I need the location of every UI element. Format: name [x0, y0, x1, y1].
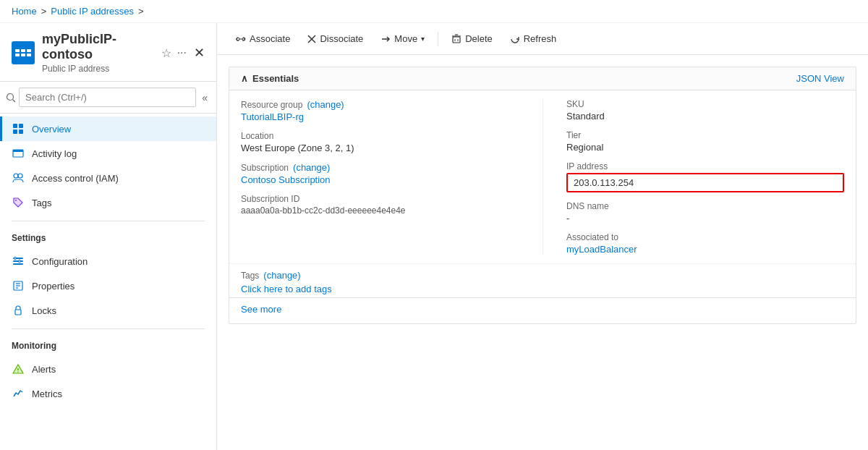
breadcrumb-section[interactable]: Public IP addresses — [51, 6, 134, 17]
breadcrumb-sep2: > — [138, 6, 144, 17]
associated-to-field: Associated to myLoadBalancer — [566, 232, 844, 255]
toolbar: Associate Dissociate Move ▾ — [217, 23, 868, 55]
associate-icon — [236, 34, 246, 44]
tags-change[interactable]: (change) — [263, 270, 300, 281]
location-field: Location West Europe (Zone 3, 2, 1) — [241, 131, 542, 153]
sidebar-item-locks[interactable]: Locks — [0, 298, 216, 323]
move-chevron-icon: ▾ — [421, 35, 425, 43]
svg-rect-2 — [13, 124, 17, 128]
breadcrumb-sep1: > — [41, 6, 47, 17]
monitoring-divider — [12, 328, 205, 329]
dissociate-icon — [307, 35, 316, 43]
app-container: Home > Public IP addresses > myPublicIP-… — [0, 0, 868, 450]
lock-icon — [12, 304, 25, 317]
refresh-button[interactable]: Refresh — [503, 29, 564, 48]
pin-icon[interactable]: ☆ — [161, 46, 171, 60]
sidebar-label-tags: Tags — [32, 198, 51, 208]
json-view-link[interactable]: JSON View — [796, 73, 844, 84]
sidebar-item-iam[interactable]: Access control (IAM) — [0, 166, 216, 190]
resource-title-group: myPublicIP-contoso Public IP address — [42, 32, 151, 74]
svg-rect-29 — [453, 37, 460, 43]
svg-point-10 — [15, 200, 17, 201]
resource-group-value[interactable]: TutorialLBIP-rg — [241, 111, 542, 122]
resource-group-change[interactable]: (change) — [307, 99, 344, 110]
grid-icon — [12, 122, 25, 135]
iam-icon — [12, 171, 25, 184]
resource-icon — [12, 41, 35, 64]
search-icon — [6, 93, 16, 103]
resource-header-top: myPublicIP-contoso Public IP address ☆ ·… — [12, 32, 205, 74]
sidebar-item-properties[interactable]: Properties — [0, 273, 216, 298]
svg-line-1 — [13, 99, 16, 102]
sidebar-label-iam: Access control (IAM) — [32, 173, 119, 184]
svg-point-9 — [18, 174, 22, 178]
collapse-sidebar-button[interactable]: « — [199, 90, 210, 105]
monitoring-nav: Alerts Metrics — [0, 354, 216, 409]
svg-rect-15 — [19, 260, 20, 263]
metrics-icon — [12, 387, 25, 400]
move-icon — [380, 34, 391, 44]
sidebar-item-activity-log[interactable]: Activity log — [0, 141, 216, 166]
sidebar-label-metrics: Metrics — [32, 389, 62, 399]
move-button[interactable]: Move ▾ — [373, 29, 432, 48]
resource-header: myPublicIP-contoso Public IP address ☆ ·… — [0, 23, 216, 82]
svg-rect-5 — [19, 130, 23, 134]
tier-field: Tier Regional — [566, 130, 844, 153]
delete-button[interactable]: Delete — [444, 29, 500, 48]
content-area: Associate Dissociate Move ▾ — [217, 23, 868, 450]
svg-rect-3 — [19, 124, 23, 128]
tags-add-link[interactable]: Click here to add tags — [241, 284, 332, 294]
dissociate-button[interactable]: Dissociate — [300, 29, 370, 48]
svg-rect-4 — [13, 130, 17, 134]
svg-point-23 — [17, 371, 19, 373]
associated-to-value[interactable]: myLoadBalancer — [566, 244, 844, 255]
resource-group-label-row: Resource group (change) — [241, 99, 542, 110]
props-icon — [12, 279, 25, 292]
sidebar-label-overview: Overview — [32, 124, 71, 135]
dns-name-field: DNS name - — [566, 201, 844, 224]
subscription-id-field: Subscription ID aaaa0a0a-bb1b-cc2c-dd3d-… — [241, 194, 542, 216]
sidebar: myPublicIP-contoso Public IP address ☆ ·… — [0, 23, 217, 450]
svg-point-0 — [7, 93, 14, 100]
resource-icon-grid — [12, 46, 34, 59]
main-nav: Overview Activity log — [0, 114, 216, 218]
essentials-col-left: Resource group (change) TutorialLBIP-rg … — [241, 99, 542, 255]
ip-address-value: 203.0.113.254 — [574, 177, 634, 188]
search-input[interactable] — [19, 88, 196, 107]
toolbar-separator-1 — [438, 32, 438, 46]
sidebar-item-tags[interactable]: Tags — [0, 190, 216, 215]
svg-rect-20 — [15, 310, 21, 315]
breadcrumb-home[interactable]: Home — [12, 6, 37, 17]
main-layout: myPublicIP-contoso Public IP address ☆ ·… — [0, 23, 868, 450]
svg-rect-12 — [13, 260, 23, 262]
sku-field: SKU Standard — [566, 99, 844, 122]
essentials-panel: ∧ Essentials JSON View Resource group (c… — [229, 67, 856, 324]
settings-divider — [12, 221, 205, 221]
alert-icon — [12, 362, 25, 375]
sidebar-item-configuration[interactable]: Configuration — [0, 249, 216, 273]
ellipsis-icon[interactable]: ··· — [177, 46, 187, 59]
tags-section: Tags (change) Click here to add tags — [229, 263, 856, 294]
essentials-col-right: SKU Standard Tier Regional IP address 2 — [542, 99, 844, 255]
activity-icon — [12, 147, 25, 160]
subscription-change[interactable]: (change) — [293, 162, 330, 173]
svg-rect-14 — [14, 257, 16, 260]
sidebar-label-alerts: Alerts — [32, 364, 56, 375]
associate-button[interactable]: Associate — [229, 29, 297, 48]
essentials-header: ∧ Essentials JSON View — [229, 67, 856, 90]
resource-type: Public IP address — [42, 64, 151, 74]
see-more-link[interactable]: See more — [241, 304, 281, 315]
settings-section-label: Settings — [0, 224, 216, 246]
sidebar-item-overview[interactable]: Overview — [0, 116, 216, 141]
config-icon — [12, 255, 25, 268]
tag-icon — [12, 196, 25, 209]
collapse-icon[interactable]: ∧ — [241, 73, 248, 84]
subscription-value[interactable]: Contoso Subscription — [241, 174, 542, 185]
close-icon[interactable]: ✕ — [194, 45, 205, 61]
sidebar-label-locks: Locks — [32, 305, 56, 316]
sidebar-item-metrics[interactable]: Metrics — [0, 381, 216, 406]
svg-rect-13 — [13, 263, 23, 265]
resource-group-field: Resource group (change) TutorialLBIP-rg — [241, 99, 542, 122]
ip-address-box: 203.0.113.254 — [566, 173, 844, 192]
sidebar-item-alerts[interactable]: Alerts — [0, 357, 216, 381]
